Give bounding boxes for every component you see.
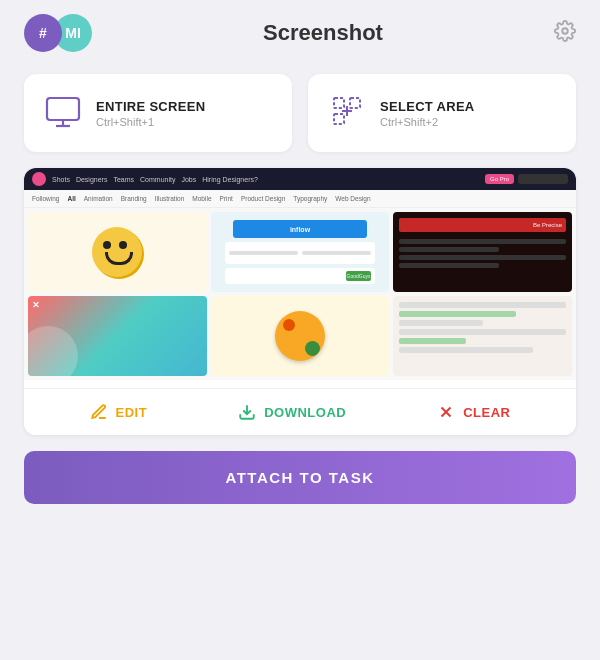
avatar-h-label: # (39, 25, 47, 41)
mock-nav-teams: Teams (113, 176, 134, 183)
mock-thumb-4: ✕ (28, 296, 207, 376)
svg-rect-5 (350, 98, 360, 108)
capture-options: ENTIRE SCREEN Ctrl+Shift+1 SELECT AREA C… (24, 74, 576, 152)
mock-thumb-1 (28, 212, 207, 292)
mock-following: Following (32, 195, 59, 202)
select-area-button[interactable]: SELECT AREA Ctrl+Shift+2 (308, 74, 576, 152)
mock-all: All (67, 195, 75, 202)
mock-nav-shots: Shots (52, 176, 70, 183)
settings-icon[interactable] (554, 20, 576, 46)
page-title: Screenshot (263, 20, 383, 46)
mock-filters: Following All Animation Branding Illustr… (24, 190, 576, 208)
food-graphic (275, 311, 325, 361)
mock-navbar: Shots Designers Teams Community Jobs Hir… (24, 168, 576, 190)
entire-screen-button[interactable]: ENTIRE SCREEN Ctrl+Shift+1 (24, 74, 292, 152)
mock-nav-right: Go Pro (485, 174, 568, 184)
download-icon (238, 403, 256, 421)
mock-thumb-6 (393, 296, 572, 376)
clear-icon (437, 403, 455, 421)
action-bar: EDIT DOWNLOAD CLEAR (24, 388, 576, 435)
svg-rect-6 (334, 114, 344, 124)
mock-nav-community: Community (140, 176, 175, 183)
avatar-m-label: MI (65, 25, 81, 41)
select-area-icon (328, 92, 366, 134)
app-container: # MI Screenshot ENTIRE SC (0, 0, 600, 660)
mock-nav-hiring: Hiring Designers? (202, 176, 258, 183)
mock-pro-btn: Go Pro (485, 174, 514, 184)
header: # MI Screenshot (0, 0, 600, 66)
edit-icon (90, 403, 108, 421)
mock-search (518, 174, 568, 184)
screenshot-preview: Shots Designers Teams Community Jobs Hir… (24, 168, 576, 388)
edit-button[interactable]: EDIT (90, 403, 148, 421)
mock-thumb-3: Be Precise (393, 212, 572, 292)
mock-thumb-close: ✕ (32, 300, 40, 310)
avatar-h[interactable]: # (24, 14, 62, 52)
mock-thumb-5 (211, 296, 390, 376)
mock-nav-jobs: Jobs (181, 176, 196, 183)
smiley-graphic (92, 227, 142, 277)
clear-button[interactable]: CLEAR (437, 403, 510, 421)
entire-screen-label: ENTIRE SCREEN Ctrl+Shift+1 (96, 99, 205, 128)
attach-button[interactable]: ATTACH TO TASK (24, 451, 576, 504)
mock-grid: inflow GoodGuys Be Precise (24, 208, 576, 380)
preview-container: Shots Designers Teams Community Jobs Hir… (24, 168, 576, 435)
mock-thumb-2: inflow GoodGuys (211, 212, 390, 292)
mock-logo (32, 172, 46, 186)
avatar-group: # MI (24, 14, 92, 52)
download-button[interactable]: DOWNLOAD (238, 403, 346, 421)
select-area-label: SELECT AREA Ctrl+Shift+2 (380, 99, 475, 128)
monitor-icon (44, 92, 82, 134)
svg-rect-1 (47, 98, 79, 120)
mock-nav-links: Shots Designers Teams Community Jobs Hir… (52, 176, 258, 183)
mock-nav-designers: Designers (76, 176, 108, 183)
svg-rect-4 (334, 98, 344, 108)
svg-point-0 (562, 28, 568, 34)
